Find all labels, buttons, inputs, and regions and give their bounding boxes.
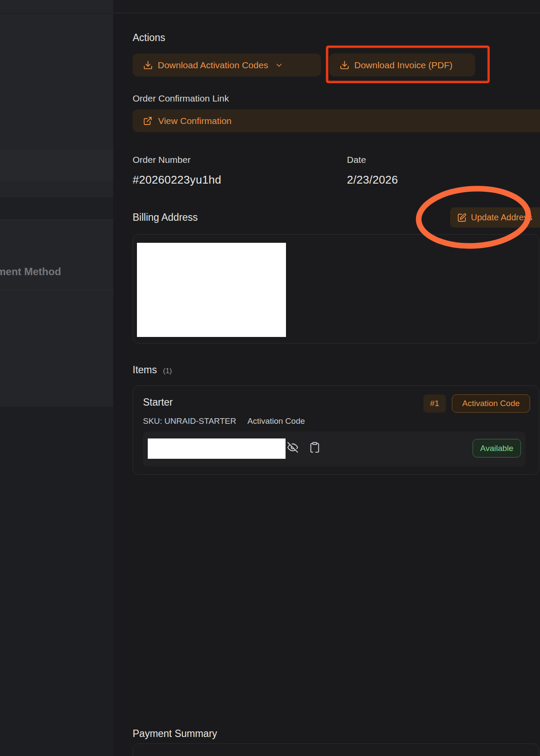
background-divider [0, 219, 113, 220]
download-icon [340, 60, 349, 70]
order-confirmation-link-label: Order Confirmation Link [133, 93, 229, 104]
redacted-activation-code [148, 438, 286, 459]
actions-heading: Actions [133, 32, 165, 44]
redacted-billing-address [137, 243, 286, 337]
chevron-down-icon [275, 61, 283, 70]
activation-code-row: Available [143, 432, 526, 467]
background-row-highlight [0, 149, 113, 181]
item-index-badge: #1 [423, 394, 446, 413]
order-date-label: Date [347, 155, 366, 165]
code-status-badge: Available [473, 439, 521, 457]
download-activation-codes-button[interactable]: Download Activation Codes [133, 54, 321, 76]
payment-summary-card: Payment Method [133, 743, 539, 756]
update-address-label: Update Address [471, 213, 532, 222]
billing-address-heading: Billing Address [133, 212, 198, 223]
download-icon [143, 60, 153, 70]
view-confirmation-button[interactable]: View Confirmation [133, 109, 540, 132]
items-count: (1) [163, 367, 172, 375]
copy-icon [309, 442, 321, 453]
items-heading-row: Items (1) [133, 364, 172, 376]
item-license-type: Activation Code [248, 416, 305, 426]
eye-off-icon [287, 442, 299, 453]
edit-pencil-icon [457, 213, 467, 222]
order-details-screen: { "background_page": { "section_label_pa… [0, 0, 540, 756]
order-date-value: 2/23/2026 [347, 173, 398, 187]
background-lower-section [0, 407, 113, 756]
background-row-dark [0, 197, 113, 219]
update-address-button[interactable]: Update Address [450, 207, 540, 228]
item-sku: SKU: UNRAID-STARTER [143, 416, 236, 426]
items-heading: Items [133, 364, 157, 376]
view-confirmation-label: View Confirmation [158, 116, 232, 126]
item-type-badge: Activation Code [452, 394, 530, 413]
toggle-code-visibility-button[interactable] [287, 442, 299, 454]
item-sku-row: SKU: UNRAID-STARTER Activation Code [143, 416, 305, 426]
item-card: Starter #1 Activation Code SKU: UNRAID-S… [133, 385, 539, 475]
background-divider [0, 290, 113, 290]
background-section-title-partial: ment Method [0, 266, 61, 278]
background-page-panel: ment Method PE [0, 14, 113, 756]
copy-code-button[interactable] [309, 442, 321, 454]
external-link-icon [143, 116, 152, 126]
page-top-bar [0, 0, 540, 13]
page-top-bar-left [0, 0, 113, 13]
download-invoice-label: Download Invoice (PDF) [354, 60, 453, 70]
billing-address-card [133, 234, 539, 343]
download-invoice-button[interactable]: Download Invoice (PDF) [329, 54, 475, 76]
order-number-label: Order Number [133, 155, 191, 165]
order-number-value: #20260223yu1hd [133, 173, 221, 187]
payment-method-label-partial: Payment Method [143, 754, 212, 756]
download-activation-codes-label: Download Activation Codes [158, 60, 268, 70]
payment-summary-heading: Payment Summary [133, 728, 217, 740]
item-name: Starter [143, 397, 173, 408]
order-drawer: Actions Download Activation Codes Downlo… [113, 14, 540, 756]
